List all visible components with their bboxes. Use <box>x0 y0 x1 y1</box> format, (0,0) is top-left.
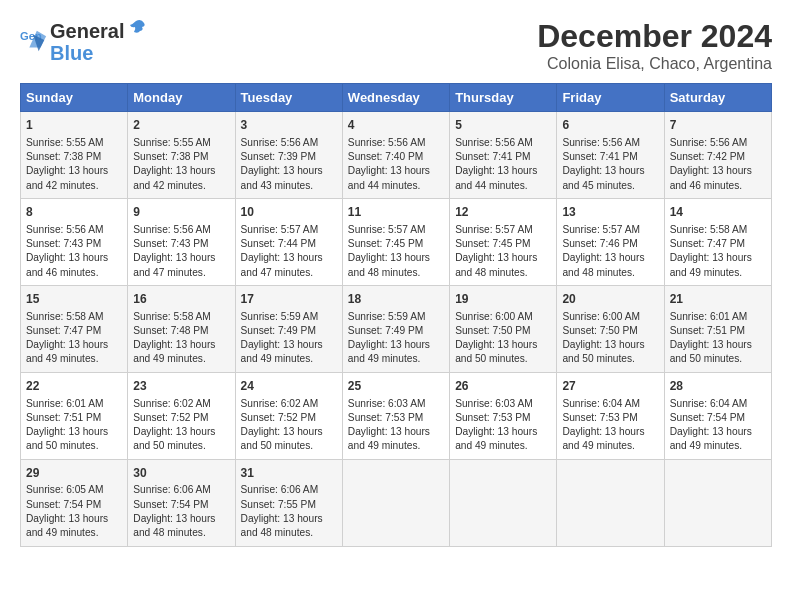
col-thursday: Thursday <box>450 84 557 112</box>
sunset-label: Sunset: 7:54 PM <box>26 499 101 510</box>
table-cell: 27 Sunrise: 6:04 AM Sunset: 7:53 PM Dayl… <box>557 372 664 459</box>
daylight-label: Daylight: 13 hours <box>241 513 323 524</box>
table-cell: 2 Sunrise: 5:55 AM Sunset: 7:38 PM Dayli… <box>128 112 235 199</box>
table-cell: 18 Sunrise: 5:59 AM Sunset: 7:49 PM Dayl… <box>342 285 449 372</box>
sunrise-label: Sunrise: 6:06 AM <box>241 484 319 495</box>
sunrise-label: Sunrise: 5:57 AM <box>455 224 533 235</box>
daylight-minutes: and 49 minutes. <box>26 353 99 364</box>
table-cell <box>664 459 771 546</box>
col-tuesday: Tuesday <box>235 84 342 112</box>
title-block: December 2024 Colonia Elisa, Chaco, Arge… <box>537 18 772 73</box>
day-number: 16 <box>133 291 229 308</box>
daylight-label: Daylight: 13 hours <box>133 426 215 437</box>
table-cell: 6 Sunrise: 5:56 AM Sunset: 7:41 PM Dayli… <box>557 112 664 199</box>
sunrise-label: Sunrise: 5:56 AM <box>455 137 533 148</box>
daylight-minutes: and 49 minutes. <box>26 527 99 538</box>
day-number: 15 <box>26 291 122 308</box>
sunrise-label: Sunrise: 5:57 AM <box>348 224 426 235</box>
sunrise-label: Sunrise: 6:01 AM <box>26 398 104 409</box>
daylight-minutes: and 47 minutes. <box>241 267 314 278</box>
daylight-minutes: and 50 minutes. <box>670 353 743 364</box>
sunset-label: Sunset: 7:51 PM <box>26 412 101 423</box>
day-number: 23 <box>133 378 229 395</box>
sunrise-label: Sunrise: 6:02 AM <box>133 398 211 409</box>
sunset-label: Sunset: 7:43 PM <box>133 238 208 249</box>
daylight-minutes: and 43 minutes. <box>241 180 314 191</box>
sunset-label: Sunset: 7:49 PM <box>348 325 423 336</box>
daylight-minutes: and 47 minutes. <box>133 267 206 278</box>
table-row: 29 Sunrise: 6:05 AM Sunset: 7:54 PM Dayl… <box>21 459 772 546</box>
daylight-label: Daylight: 13 hours <box>133 252 215 263</box>
daylight-minutes: and 48 minutes. <box>348 267 421 278</box>
table-row: 22 Sunrise: 6:01 AM Sunset: 7:51 PM Dayl… <box>21 372 772 459</box>
day-number: 11 <box>348 204 444 221</box>
day-number: 1 <box>26 117 122 134</box>
daylight-label: Daylight: 13 hours <box>241 252 323 263</box>
day-number: 13 <box>562 204 658 221</box>
daylight-label: Daylight: 13 hours <box>670 252 752 263</box>
sunset-label: Sunset: 7:45 PM <box>348 238 423 249</box>
daylight-minutes: and 49 minutes. <box>455 440 528 451</box>
daylight-label: Daylight: 13 hours <box>133 165 215 176</box>
day-number: 12 <box>455 204 551 221</box>
sunrise-label: Sunrise: 5:58 AM <box>670 224 748 235</box>
daylight-minutes: and 49 minutes. <box>562 440 635 451</box>
daylight-label: Daylight: 13 hours <box>670 339 752 350</box>
daylight-minutes: and 48 minutes. <box>455 267 528 278</box>
sunrise-label: Sunrise: 5:56 AM <box>26 224 104 235</box>
daylight-minutes: and 42 minutes. <box>133 180 206 191</box>
daylight-label: Daylight: 13 hours <box>26 339 108 350</box>
table-cell: 30 Sunrise: 6:06 AM Sunset: 7:54 PM Dayl… <box>128 459 235 546</box>
table-cell <box>450 459 557 546</box>
day-number: 6 <box>562 117 658 134</box>
daylight-label: Daylight: 13 hours <box>670 426 752 437</box>
col-wednesday: Wednesday <box>342 84 449 112</box>
sunset-label: Sunset: 7:48 PM <box>133 325 208 336</box>
day-number: 19 <box>455 291 551 308</box>
sunset-label: Sunset: 7:42 PM <box>670 151 745 162</box>
day-number: 2 <box>133 117 229 134</box>
table-cell: 1 Sunrise: 5:55 AM Sunset: 7:38 PM Dayli… <box>21 112 128 199</box>
sunset-label: Sunset: 7:41 PM <box>455 151 530 162</box>
daylight-minutes: and 49 minutes. <box>670 267 743 278</box>
table-cell: 26 Sunrise: 6:03 AM Sunset: 7:53 PM Dayl… <box>450 372 557 459</box>
sunset-label: Sunset: 7:44 PM <box>241 238 316 249</box>
sunset-label: Sunset: 7:50 PM <box>455 325 530 336</box>
header: Gen General Blue December 2024 Colonia E… <box>20 18 772 73</box>
table-cell: 15 Sunrise: 5:58 AM Sunset: 7:47 PM Dayl… <box>21 285 128 372</box>
sunset-label: Sunset: 7:40 PM <box>348 151 423 162</box>
daylight-label: Daylight: 13 hours <box>26 252 108 263</box>
calendar-table: Sunday Monday Tuesday Wednesday Thursday… <box>20 83 772 547</box>
header-row: Sunday Monday Tuesday Wednesday Thursday… <box>21 84 772 112</box>
sunrise-label: Sunrise: 6:03 AM <box>455 398 533 409</box>
sunset-label: Sunset: 7:55 PM <box>241 499 316 510</box>
table-cell: 21 Sunrise: 6:01 AM Sunset: 7:51 PM Dayl… <box>664 285 771 372</box>
day-number: 20 <box>562 291 658 308</box>
day-number: 9 <box>133 204 229 221</box>
logo-blue: Blue <box>50 42 148 64</box>
table-cell: 5 Sunrise: 5:56 AM Sunset: 7:41 PM Dayli… <box>450 112 557 199</box>
table-cell: 7 Sunrise: 5:56 AM Sunset: 7:42 PM Dayli… <box>664 112 771 199</box>
daylight-label: Daylight: 13 hours <box>562 165 644 176</box>
daylight-minutes: and 49 minutes. <box>133 353 206 364</box>
daylight-label: Daylight: 13 hours <box>26 426 108 437</box>
day-number: 29 <box>26 465 122 482</box>
daylight-minutes: and 48 minutes. <box>241 527 314 538</box>
sunset-label: Sunset: 7:41 PM <box>562 151 637 162</box>
daylight-label: Daylight: 13 hours <box>133 339 215 350</box>
daylight-minutes: and 49 minutes. <box>348 353 421 364</box>
col-saturday: Saturday <box>664 84 771 112</box>
daylight-minutes: and 50 minutes. <box>562 353 635 364</box>
daylight-minutes: and 50 minutes. <box>26 440 99 451</box>
day-number: 24 <box>241 378 337 395</box>
day-number: 5 <box>455 117 551 134</box>
sunset-label: Sunset: 7:53 PM <box>348 412 423 423</box>
sunrise-label: Sunrise: 6:03 AM <box>348 398 426 409</box>
sunset-label: Sunset: 7:52 PM <box>133 412 208 423</box>
daylight-minutes: and 48 minutes. <box>133 527 206 538</box>
sunset-label: Sunset: 7:52 PM <box>241 412 316 423</box>
table-cell: 19 Sunrise: 6:00 AM Sunset: 7:50 PM Dayl… <box>450 285 557 372</box>
sunset-label: Sunset: 7:45 PM <box>455 238 530 249</box>
sunrise-label: Sunrise: 5:59 AM <box>241 311 319 322</box>
table-cell <box>342 459 449 546</box>
